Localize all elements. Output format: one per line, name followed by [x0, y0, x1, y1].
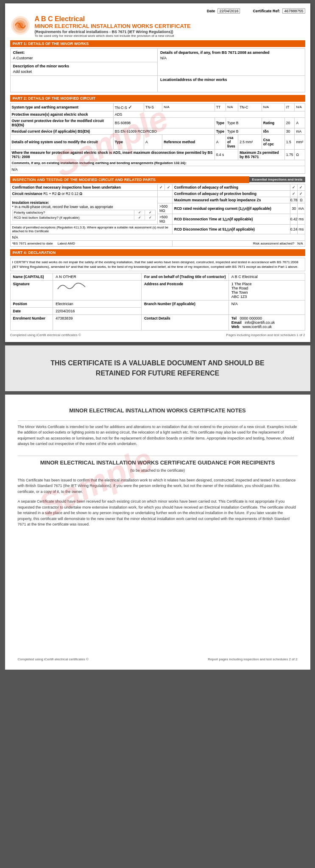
- name-label: Name (CAPITALS): [13, 275, 44, 279]
- web-row: Web www.icertifi.co.uk: [231, 325, 302, 329]
- overcurrent-rating-value: 20: [284, 117, 295, 128]
- overcurrent-label: Over current protective device for the m…: [10, 117, 113, 128]
- footer1-right: Pages including inspection and test sche…: [226, 333, 305, 337]
- page-3: Sample MINOR ELECTRICAL INSTALLATION WOR…: [5, 395, 310, 670]
- signature-image: [56, 282, 139, 292]
- guidance-subtitle: (to be attached to the certificate): [18, 468, 298, 473]
- system-type-label: System type and earthing arrangement: [10, 103, 113, 111]
- part3-header-row: INSPECTION AND TESTING OF THE MODIFIED C…: [10, 176, 305, 183]
- departures-label: Details of departures, if any, from BS 7…: [160, 50, 302, 55]
- departures-value: N/A: [160, 56, 302, 60]
- overcurrent-bs: BS 60898: [115, 121, 131, 125]
- exceptions-value: N/A: [10, 234, 305, 240]
- part3-table: Confirmation that necessary inspections …: [10, 184, 305, 247]
- protective-value: ADS: [113, 111, 305, 117]
- measure-label: Where the measure for protection against…: [10, 149, 215, 160]
- address-line1: 1 The Place: [231, 282, 302, 286]
- wiring-cpc-value: 1.5: [286, 140, 291, 144]
- date-label-p4: Date: [13, 309, 21, 313]
- protective-label: Protective measure(s) against electric s…: [10, 111, 113, 117]
- behalf-label: For and on behalf of (Trading title of c…: [144, 275, 226, 279]
- title-block: A B C Electrical MINOR ELECTRICAL INSTAL…: [35, 15, 305, 38]
- exceptions-note: Details of permitted exceptions (Regulat…: [10, 224, 172, 234]
- bonding-confirmed: Confirmation of adequacy of protective b…: [172, 190, 290, 197]
- page1-footer: Completed using iCertifi electrical cert…: [10, 333, 305, 337]
- risk-assessment-row: Risk assessment attached? N/A: [172, 240, 305, 246]
- rcd-test-satisfactory: RCD test button Satisfactory? (if applic…: [12, 215, 134, 220]
- circuit-resistance: Circuit resistance R1 + R2 Ω or R2 0.12 …: [10, 190, 158, 197]
- footer3-left: Completed using iCertifi electrical cert…: [18, 657, 89, 661]
- footer1-left: Completed using iCertifi electrical cert…: [10, 333, 81, 337]
- description-value: Add socket: [13, 70, 155, 74]
- overcurrent-rating-unit: A: [295, 117, 305, 128]
- position-label: Position: [13, 302, 28, 306]
- wiring-label: Details of wiring system used to modify …: [10, 134, 113, 149]
- cert-subtitle: (Requirements for electrical installatio…: [35, 30, 305, 34]
- guidance-body1: This Certificate has been issued to conf…: [18, 478, 298, 528]
- position-value: Electrician: [56, 302, 73, 306]
- date-field: Date 22/04/2016: [207, 8, 240, 14]
- notes-body: The Minor Works Certificate is intended …: [18, 424, 298, 447]
- max-zs-value: 1.75: [284, 149, 295, 160]
- system-tncs: TN-C-S ✓: [113, 103, 144, 111]
- guidance-title: MINOR ELECTRICAL INSTALLATION WORKS CERT…: [18, 459, 298, 466]
- page3-footer: Completed using iCertifi electrical cert…: [18, 657, 298, 661]
- company-logo: [10, 15, 31, 36]
- cert-ref-value: 467888755: [282, 8, 305, 14]
- page2-banner-text: THIS CERTIFICATE IS A VALUABLE DOCUMENT …: [22, 358, 293, 378]
- measure-value: 0.4: [216, 153, 221, 157]
- part1-table: Client: A Customer Details of departures…: [10, 48, 305, 92]
- rcd-disconnection-1: RCD Disconnection Time at 1△n(if applica…: [172, 214, 290, 224]
- cert-note: To be used only for minor electrical wor…: [35, 34, 305, 38]
- overcurrent-type-value: Type B: [227, 121, 238, 125]
- notes-title: MINOR ELECTRICAL INSTALLATION WORKS CERT…: [18, 407, 298, 414]
- name-value: A N OTHER: [56, 275, 76, 279]
- date-label: Date: [207, 9, 215, 13]
- part2-system-table: System type and earthing arrangement TN-…: [10, 103, 305, 174]
- address-line3: The Town: [231, 290, 302, 295]
- client-value: A Customer: [13, 56, 155, 60]
- cert-ref-field: Certificate Ref: 467888755: [253, 8, 305, 14]
- branch-value: N/A: [231, 302, 238, 306]
- location-label: Location/address of the minor works: [160, 78, 302, 82]
- footer3-right: Report pages including inspection and te…: [208, 657, 297, 661]
- live-earth: >500 MΩ: [158, 214, 173, 224]
- company-name: A B C Electrical: [35, 15, 305, 23]
- part4-header: PART 4: DECLARATION: [10, 249, 305, 256]
- cert-title: MINOR ELECTRICAL INSTALLATION WORKS CERT…: [35, 23, 305, 30]
- wiring-type-value: A: [144, 134, 162, 149]
- wiring-ref-value: A: [215, 134, 226, 149]
- branch-label: Branch Number (if applicable): [144, 302, 195, 306]
- date-value: 22/04/2016: [217, 8, 240, 14]
- enrolment-label: Enrolment Number: [13, 316, 46, 320]
- email-row: Email info@icertifi.co.uk: [231, 320, 302, 325]
- client-label: Client:: [13, 50, 155, 55]
- cert-ref-label: Certificate Ref:: [253, 9, 280, 13]
- rcd-bs: BS EN 61009 RCD/RCBO: [113, 128, 215, 134]
- earthing-confirmed: Confirmation of adequacy of earthing: [172, 184, 290, 190]
- inspections-confirmed: Confirmation that necessary inspections …: [10, 184, 158, 190]
- description-label: Description of the minor works: [13, 64, 155, 68]
- tel-row: Tel 0000 000000: [231, 316, 302, 320]
- part1-header: PART 1: DETAILS OF THE MINOR WORKS: [10, 40, 305, 47]
- page-2-banner: THIS CERTIFICATE IS A VALUABLE DOCUMENT …: [5, 345, 310, 391]
- part2-header: PART 2: DETAILS OF THE MODIFIED CIRCUIT: [10, 95, 305, 102]
- polarity-satisfactory: Polarity satisfactory?: [12, 210, 134, 215]
- declaration-text: I CERTIFY that the said works do not imp…: [10, 258, 305, 271]
- date-value-p4: 22/04/2016: [56, 309, 75, 313]
- enrolment-value: 47383839: [56, 316, 72, 320]
- comments-label: Comments, if any, on existing installati…: [12, 161, 187, 165]
- comments-value: N/A: [12, 167, 18, 172]
- system-tns: TN-S: [144, 103, 162, 111]
- rcd-disconnection-5: RCD Disconnection Time at 51△n(if applic…: [172, 224, 290, 234]
- signature-label: Signature: [13, 282, 30, 286]
- rcd-idn-unit: mA: [295, 128, 305, 134]
- essential-tests-label: Essential inspections and tests: [249, 177, 305, 182]
- rcd-rated-current: RCD rated residual operating current (1△…: [172, 203, 290, 214]
- live-live: >500 MΩ: [158, 203, 173, 214]
- rcd-idn-value: 30: [284, 128, 295, 134]
- insulation-resistance: Insulation resistance: * In a multi-phas…: [10, 197, 158, 224]
- part3-header: INSPECTION AND TESTING OF THE MODIFIED C…: [10, 176, 250, 183]
- address-line2: The Road: [231, 286, 302, 290]
- tel-value: 0000 000000: [240, 316, 262, 320]
